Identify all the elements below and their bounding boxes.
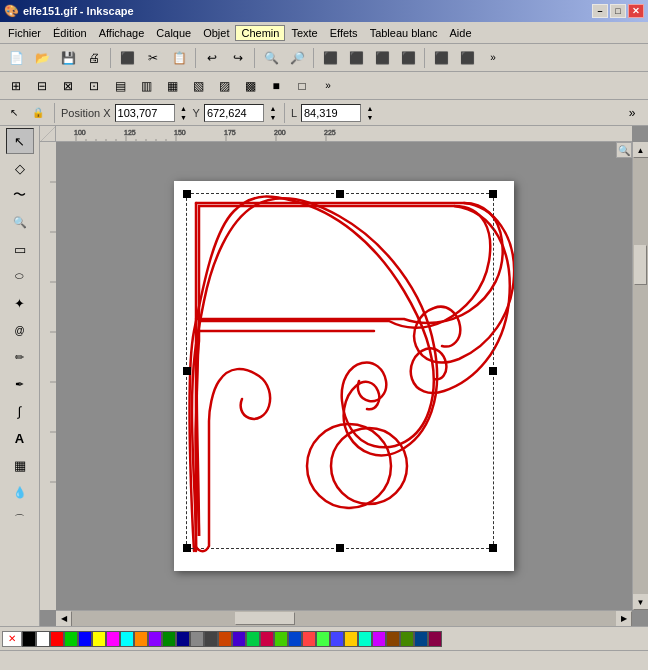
no-color-swatch[interactable]: ✕ <box>2 631 22 647</box>
color-olive[interactable] <box>400 631 414 647</box>
color-lightred[interactable] <box>302 631 316 647</box>
snap-btn-5[interactable]: ▤ <box>108 75 132 97</box>
color-yellow[interactable] <box>92 631 106 647</box>
snap-btn-1[interactable]: ⊞ <box>4 75 28 97</box>
color-purple[interactable] <box>148 631 162 647</box>
undo-button[interactable]: ↩ <box>200 47 224 69</box>
calligraphy-tool-btn[interactable]: ∫ <box>6 398 34 424</box>
zoom-in-button[interactable]: 🔍 <box>259 47 283 69</box>
close-button[interactable]: ✕ <box>628 4 644 18</box>
maximize-button[interactable]: □ <box>610 4 626 18</box>
copy-button[interactable]: 📋 <box>167 47 191 69</box>
cut-button[interactable]: ✂ <box>141 47 165 69</box>
color-darkgray[interactable] <box>204 631 218 647</box>
color-red[interactable] <box>50 631 64 647</box>
redo-button[interactable]: ↪ <box>226 47 250 69</box>
color-white[interactable] <box>36 631 50 647</box>
select-type-btn[interactable]: ↖ <box>4 103 24 123</box>
snap-btn-10[interactable]: ▩ <box>238 75 262 97</box>
minimize-button[interactable]: – <box>592 4 608 18</box>
pen-tool-btn[interactable]: ✒ <box>6 371 34 397</box>
color-darkgreen[interactable] <box>162 631 176 647</box>
color-black[interactable] <box>22 631 36 647</box>
lock-btn[interactable]: 🔒 <box>28 103 48 123</box>
print-button[interactable]: 🖨 <box>82 47 106 69</box>
distribute-button[interactable]: ⬛ <box>396 47 420 69</box>
menu-objet[interactable]: Objet <box>197 25 235 41</box>
scroll-left-btn[interactable]: ◀ <box>56 611 72 627</box>
snap-btn-12[interactable]: □ <box>290 75 314 97</box>
menu-effets[interactable]: Effets <box>324 25 364 41</box>
pos-x-up[interactable]: ▲ <box>179 104 189 113</box>
node-tool-btn[interactable]: ◇ <box>6 155 34 181</box>
zoom-canvas-btn[interactable]: 🔍 <box>616 142 632 158</box>
menu-chemin[interactable]: Chemin <box>235 25 285 41</box>
scroll-up-btn[interactable]: ▲ <box>633 142 649 158</box>
snap-btn-9[interactable]: ▨ <box>212 75 236 97</box>
size-up[interactable]: ▲ <box>365 104 375 113</box>
pos-x-input[interactable] <box>115 104 175 122</box>
color-lime[interactable] <box>274 631 288 647</box>
snap-btn-4[interactable]: ⊡ <box>82 75 106 97</box>
snap-more-button[interactable]: » <box>316 75 340 97</box>
menu-aide[interactable]: Aide <box>444 25 478 41</box>
color-gray[interactable] <box>190 631 204 647</box>
dropper-tool-btn[interactable]: 💧 <box>6 479 34 505</box>
color-indigo[interactable] <box>232 631 246 647</box>
menu-texte[interactable]: Texte <box>285 25 323 41</box>
spiral-tool-btn[interactable]: @ <box>6 317 34 343</box>
color-blue[interactable] <box>78 631 92 647</box>
color-orange[interactable] <box>134 631 148 647</box>
color-rose[interactable] <box>260 631 274 647</box>
color-green[interactable] <box>64 631 78 647</box>
snap-btn-6[interactable]: ▥ <box>134 75 158 97</box>
snap-btn-7[interactable]: ▦ <box>160 75 184 97</box>
color-darkblue[interactable] <box>176 631 190 647</box>
color-violet[interactable] <box>372 631 386 647</box>
pos-x-down[interactable]: ▼ <box>179 113 189 122</box>
color-lightgreen[interactable] <box>316 631 330 647</box>
ungroup-button[interactable]: ⬛ <box>344 47 368 69</box>
color-pink[interactable] <box>428 631 442 647</box>
xml-editor-button[interactable]: ⬛ <box>455 47 479 69</box>
size-down[interactable]: ▼ <box>365 113 375 122</box>
pencil-tool-btn[interactable]: ✏ <box>6 344 34 370</box>
pos-y-down[interactable]: ▼ <box>268 113 278 122</box>
color-lightblue[interactable] <box>330 631 344 647</box>
group-button[interactable]: ⬛ <box>318 47 342 69</box>
color-teal[interactable] <box>414 631 428 647</box>
scroll-right-btn[interactable]: ▶ <box>616 611 632 627</box>
new-button[interactable]: 📄 <box>4 47 28 69</box>
scroll-track-v[interactable] <box>633 158 648 594</box>
scroll-track-h[interactable] <box>72 611 616 626</box>
color-gold[interactable] <box>344 631 358 647</box>
more-button[interactable]: » <box>481 47 505 69</box>
pos-y-input[interactable] <box>204 104 264 122</box>
menu-edition[interactable]: Édition <box>47 25 93 41</box>
pos-more-btn[interactable]: » <box>620 102 644 124</box>
size-input[interactable] <box>301 104 361 122</box>
snap-btn-11[interactable]: ■ <box>264 75 288 97</box>
gradient-tool-btn[interactable]: ▦ <box>6 452 34 478</box>
rect-tool-btn[interactable]: ▭ <box>6 236 34 262</box>
select-tool-btn[interactable]: ↖ <box>6 128 34 154</box>
zoom-tool-btn[interactable]: 🔍 <box>6 209 34 235</box>
ellipse-tool-btn[interactable]: ⬭ <box>6 263 34 289</box>
scroll-thumb-v[interactable] <box>634 245 647 285</box>
menu-calque[interactable]: Calque <box>150 25 197 41</box>
connector-tool-btn[interactable]: ⌒ <box>6 506 34 532</box>
menu-fichier[interactable]: Fichier <box>2 25 47 41</box>
color-mint[interactable] <box>246 631 260 647</box>
pos-y-up[interactable]: ▲ <box>268 104 278 113</box>
import-button[interactable]: ⬛ <box>115 47 139 69</box>
color-maroon[interactable] <box>386 631 400 647</box>
snap-btn-8[interactable]: ▧ <box>186 75 210 97</box>
save-button[interactable]: 💾 <box>56 47 80 69</box>
text-tool-btn[interactable]: A <box>6 425 34 451</box>
color-brown[interactable] <box>218 631 232 647</box>
scroll-thumb-h[interactable] <box>235 612 295 625</box>
color-turquoise[interactable] <box>358 631 372 647</box>
star-tool-btn[interactable]: ✦ <box>6 290 34 316</box>
node-editor-button[interactable]: ⬛ <box>429 47 453 69</box>
menu-affichage[interactable]: Affichage <box>93 25 151 41</box>
